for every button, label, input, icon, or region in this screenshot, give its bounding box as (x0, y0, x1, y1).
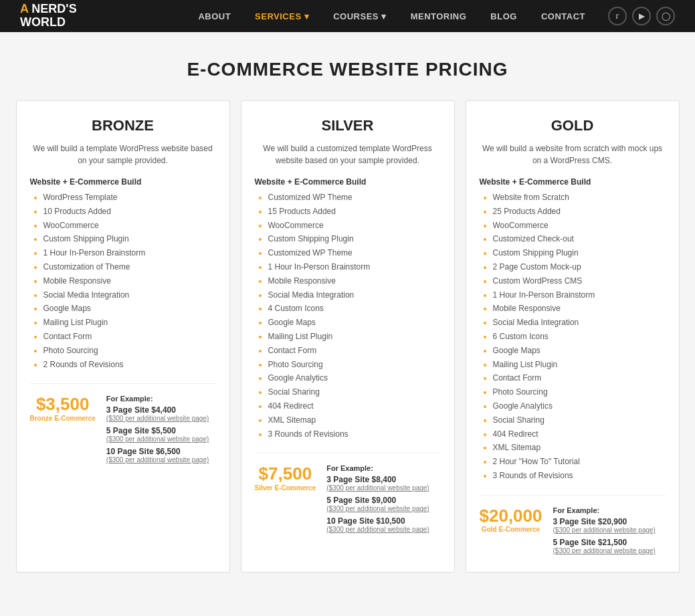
list-item: Social Sharing (268, 387, 441, 398)
nav-courses[interactable]: COURSES ▾ (321, 11, 398, 21)
list-item: 3 Rounds of Revisions (493, 470, 666, 482)
pricing-card-bronze: BRONZEWe will build a template WordPress… (16, 100, 230, 573)
list-item: Customized WP Theme (268, 247, 441, 259)
nav-services[interactable]: SERVICES ▾ (243, 11, 321, 21)
list-item: 15 Products Added (268, 206, 441, 217)
list-item: Mailing List Plugin (268, 331, 441, 342)
list-item: Social Sharing (493, 415, 666, 426)
list-item: 1 Hour In-Person Brainstorm (268, 262, 441, 273)
silver-big-price: $7,500 (255, 464, 316, 484)
list-item: Photo Sourcing (268, 359, 441, 371)
list-item: 10 Products Added (43, 206, 216, 217)
bronze-price-block: $3,500Bronze E-Commerce (30, 395, 96, 423)
list-item: Photo Sourcing (43, 345, 216, 356)
list-item: 25 Products Added (493, 206, 666, 217)
instagram-icon[interactable]: ◯ (656, 7, 675, 25)
price-tier-row: 10 Page Site $10,500 (326, 516, 440, 526)
price-tier-sub: ($300 per additional website page) (106, 415, 216, 422)
list-item: Custom Shipping Plugin (43, 233, 216, 245)
bronze-feature-list: WordPress Template10 Products AddedWooCo… (30, 192, 216, 370)
bronze-pricing-bottom: $3,500Bronze E-CommerceFor Example:3 Pag… (30, 383, 216, 468)
list-item: Google Maps (268, 317, 441, 328)
list-item: Mailing List Plugin (493, 359, 666, 371)
list-item: Social Media Integration (43, 290, 216, 301)
list-item: Google Analytics (268, 373, 441, 384)
list-item: 1 Hour In-Person Brainstorm (493, 290, 666, 301)
list-item: Customization of Theme (43, 262, 216, 273)
gold-description: We will build a website from scratch wit… (480, 142, 666, 167)
list-item: WooCommerce (43, 220, 216, 231)
nav-links: ABOUT SERVICES ▾ COURSES ▾ MENTORING BLO… (186, 10, 597, 22)
list-item: Mailing List Plugin (43, 317, 216, 328)
price-tier-row: 3 Page Site $8,400 (326, 475, 440, 484)
navbar: A NERD'SWORLD ABOUT SERVICES ▾ COURSES ▾… (0, 0, 695, 32)
gold-big-price: $20,000 (480, 506, 542, 526)
silver-section-label: Website + E-Commerce Build (255, 177, 441, 187)
silver-price-block: $7,500Silver E-Commerce (255, 464, 316, 492)
price-tier-sub: ($300 per additional website page) (326, 526, 440, 533)
silver-price-examples: For Example:3 Page Site $8,400($300 per … (326, 464, 440, 537)
silver-for-example-label: For Example: (326, 464, 440, 472)
bronze-description: We will build a template WordPress websi… (30, 142, 216, 167)
price-tier-row: 5 Page Site $21,500 (553, 538, 665, 547)
list-item: Photo Sourcing (493, 387, 666, 398)
list-item: Mobile Responsive (43, 276, 216, 287)
social-icons: 𝕣 ▶ ◯ (608, 7, 675, 25)
twitter-icon[interactable]: 𝕣 (608, 7, 627, 25)
list-item: 2 Hour "How To" Tutorial (493, 456, 666, 468)
price-tier-sub: ($300 per additional website page) (106, 456, 216, 464)
price-tier-sub: ($300 per additional website page) (553, 547, 665, 554)
bronze-for-example-label: For Example: (106, 395, 216, 403)
list-item: Custom Shipping Plugin (493, 247, 666, 259)
page-title: E-COMMERCE WEBSITE PRICING (0, 32, 695, 100)
silver-feature-list: Customized WP Theme15 Products AddedWooC… (255, 192, 441, 439)
nav-blog[interactable]: BLOG (478, 11, 529, 21)
list-item: Customized Check-out (493, 233, 666, 245)
price-tier-sub: ($300 per additional website page) (326, 484, 440, 492)
list-item: Custom WordPress CMS (493, 276, 666, 287)
list-item: XML Sitemap (493, 442, 666, 453)
gold-title: GOLD (480, 117, 666, 134)
list-item: Custom Shipping Plugin (268, 233, 441, 245)
list-item: Website from Scratch (493, 192, 666, 203)
list-item: Contact Form (493, 373, 666, 384)
bronze-section-label: Website + E-Commerce Build (30, 177, 216, 187)
list-item: Google Analytics (493, 401, 666, 412)
list-item: Google Maps (43, 303, 216, 314)
bronze-price-label: Bronze E-Commerce (30, 414, 96, 423)
logo-text-highlight: A (20, 2, 28, 15)
price-tier-row: 5 Page Site $9,000 (326, 496, 440, 505)
list-item: 2 Page Custom Mock-up (493, 262, 666, 273)
youtube-icon[interactable]: ▶ (632, 7, 651, 25)
price-tier-row: 3 Page Site $4,400 (106, 405, 216, 415)
gold-pricing-bottom: $20,000Gold E-CommerceFor Example:3 Page… (480, 495, 666, 558)
nav-about[interactable]: ABOUT (186, 11, 243, 21)
gold-price-label: Gold E-Commerce (480, 525, 542, 534)
list-item: 404 Redirect (268, 401, 441, 412)
list-item: 6 Custom Icons (493, 331, 666, 342)
list-item: Contact Form (43, 331, 216, 342)
gold-section-label: Website + E-Commerce Build (480, 177, 666, 187)
silver-price-label: Silver E-Commerce (255, 484, 316, 492)
list-item: Social Media Integration (268, 290, 441, 301)
price-tier-row: 3 Page Site $20,900 (553, 517, 665, 526)
pricing-card-silver: SILVERWe will build a customized templat… (241, 100, 455, 573)
silver-title: SILVER (255, 117, 441, 134)
list-item: Mobile Responsive (493, 303, 666, 314)
bronze-big-price: $3,500 (30, 395, 96, 414)
list-item: 1 Hour In-Person Brainstorm (43, 247, 216, 259)
list-item: Social Media Integration (493, 317, 666, 328)
list-item: WooCommerce (493, 220, 666, 231)
bronze-price-examples: For Example:3 Page Site $4,400($300 per … (106, 395, 216, 468)
list-item: WooCommerce (268, 220, 441, 231)
list-item: 4 Custom Icons (268, 303, 441, 314)
nav-contact[interactable]: CONTACT (529, 11, 597, 21)
list-item: Google Maps (493, 345, 666, 356)
list-item: XML Sitemap (268, 415, 441, 426)
price-tier-sub: ($300 per additional website page) (553, 526, 665, 534)
silver-pricing-bottom: $7,500Silver E-CommerceFor Example:3 Pag… (255, 453, 441, 537)
list-item: Contact Form (268, 345, 441, 356)
nav-mentoring[interactable]: MENTORING (399, 11, 479, 21)
site-logo[interactable]: A NERD'SWORLD (20, 3, 77, 29)
silver-description: We will build a customized template Word… (255, 142, 441, 167)
